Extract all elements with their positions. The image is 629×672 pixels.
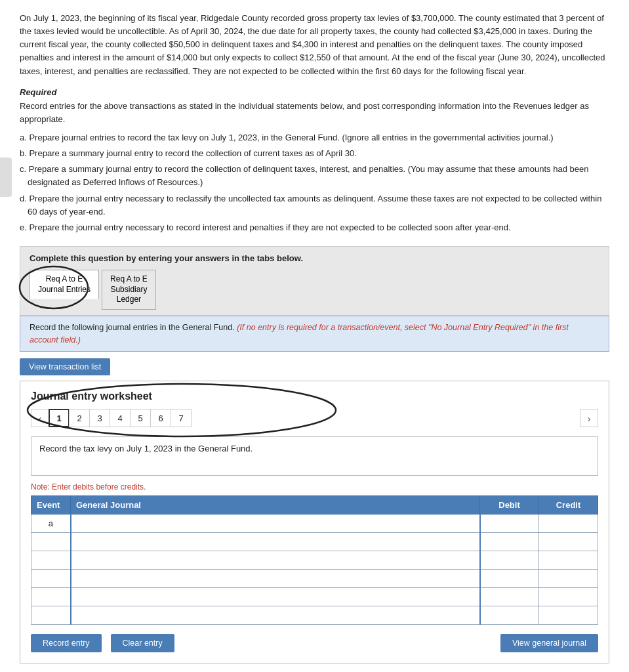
tab1-wrapper: Req A to E Journal Entries bbox=[30, 270, 99, 310]
sidebar-decoration bbox=[0, 158, 12, 197]
required-item-a: a. Prepare journal entries to record the… bbox=[20, 131, 609, 144]
page-6[interactable]: 6 bbox=[150, 409, 171, 427]
table-row-event-5 bbox=[31, 606, 71, 625]
task-description-text: Record the tax levy on July 1, 2023 in t… bbox=[39, 444, 253, 453]
table-row-debit-2[interactable] bbox=[480, 551, 539, 570]
worksheet-title: Journal entry worksheet bbox=[31, 390, 598, 402]
required-list: a. Prepare journal entries to record the… bbox=[20, 131, 609, 234]
required-item-b: b. Prepare a summary journal entry to re… bbox=[20, 147, 609, 160]
tabs-row: Req A to E Journal Entries Req A to E Su… bbox=[30, 270, 599, 310]
tabs-section: Req A to E Journal Entries Req A to E Su… bbox=[30, 270, 599, 315]
clear-entry-button[interactable]: Clear entry bbox=[111, 634, 174, 652]
instruction-main: Record the following journal entries in … bbox=[30, 323, 235, 332]
table-row-credit-1[interactable] bbox=[539, 533, 598, 551]
table-row-journal-2[interactable] bbox=[71, 551, 480, 570]
page-1[interactable]: 1 bbox=[49, 409, 70, 427]
col-credit: Credit bbox=[539, 496, 598, 514]
page-7[interactable]: 7 bbox=[171, 409, 192, 427]
table-row-credit-2[interactable] bbox=[539, 551, 598, 570]
task-description-box: Record the tax levy on July 1, 2023 in t… bbox=[31, 436, 598, 476]
tab-subsidiary-ledger[interactable]: Req A to E Subsidiary Ledger bbox=[102, 270, 156, 310]
table-row-journal-5[interactable] bbox=[71, 606, 480, 625]
required-intro: Record entries for the above transaction… bbox=[20, 100, 609, 126]
tab-journal-entries[interactable]: Req A to E Journal Entries bbox=[30, 270, 99, 299]
note-text: Note: Enter debits before credits. bbox=[31, 482, 598, 492]
table-row-debit-1[interactable] bbox=[480, 533, 539, 551]
worksheet-container: Journal entry worksheet ‹ 1 2 3 4 5 6 7 … bbox=[20, 381, 609, 663]
page-3[interactable]: 3 bbox=[89, 409, 110, 427]
page-4[interactable]: 4 bbox=[110, 409, 131, 427]
table-row-debit-5[interactable] bbox=[480, 606, 539, 625]
required-title: Required bbox=[20, 87, 609, 97]
required-section: Required Record entries for the above tr… bbox=[20, 87, 609, 234]
table-row-credit-5[interactable] bbox=[539, 606, 598, 625]
view-btn-row: View transaction list bbox=[20, 358, 609, 375]
table-row-debit-3[interactable] bbox=[480, 570, 539, 588]
table-row-journal-4[interactable] bbox=[71, 588, 480, 606]
pagination-row: ‹ 1 2 3 4 5 6 7 › bbox=[31, 409, 598, 427]
bottom-btn-row: Record entry Clear entry View general jo… bbox=[31, 634, 598, 652]
table-row-credit-0[interactable] bbox=[539, 514, 598, 533]
table-row-credit-3[interactable] bbox=[539, 570, 598, 588]
record-entry-button[interactable]: Record entry bbox=[31, 634, 102, 652]
table-row-credit-4[interactable] bbox=[539, 588, 598, 606]
view-transaction-button[interactable]: View transaction list bbox=[20, 358, 110, 375]
worksheet-header-area: Journal entry worksheet ‹ 1 2 3 4 5 6 7 … bbox=[31, 390, 598, 436]
page-2[interactable]: 2 bbox=[69, 409, 90, 427]
col-debit: Debit bbox=[480, 496, 539, 514]
complete-box: Complete this question by entering your … bbox=[20, 246, 609, 316]
table-row-journal-0[interactable] bbox=[71, 514, 480, 533]
table-row-event-4 bbox=[31, 588, 71, 606]
required-item-e: e. Prepare the journal entry necessary t… bbox=[20, 221, 609, 234]
table-row-journal-1[interactable] bbox=[71, 533, 480, 551]
view-general-journal-button[interactable]: View general journal bbox=[500, 634, 598, 652]
intro-paragraph: On July 1, 2023, the beginning of its fi… bbox=[20, 12, 609, 78]
col-event: Event bbox=[31, 496, 71, 514]
required-item-d: d. Prepare the journal entry necessary t… bbox=[20, 192, 609, 219]
complete-box-title: Complete this question by entering your … bbox=[30, 253, 599, 263]
page-5[interactable]: 5 bbox=[130, 409, 151, 427]
required-item-c: c. Prepare a summary journal entry to re… bbox=[20, 163, 609, 189]
table-row-event-1 bbox=[31, 533, 71, 551]
table-row-event-3 bbox=[31, 570, 71, 588]
table-row-event-0: a bbox=[31, 514, 71, 533]
col-general-journal: General Journal bbox=[71, 496, 480, 514]
page-prev-arrow[interactable]: ‹ bbox=[31, 409, 49, 427]
table-row-journal-3[interactable] bbox=[71, 570, 480, 588]
table-row-debit-0[interactable] bbox=[480, 514, 539, 533]
journal-table: Event General Journal Debit Credit a bbox=[31, 495, 598, 625]
table-row-debit-4[interactable] bbox=[480, 588, 539, 606]
instruction-bar: Record the following journal entries in … bbox=[20, 316, 609, 352]
table-row-event-2 bbox=[31, 551, 71, 570]
page-next-arrow[interactable]: › bbox=[580, 409, 598, 427]
